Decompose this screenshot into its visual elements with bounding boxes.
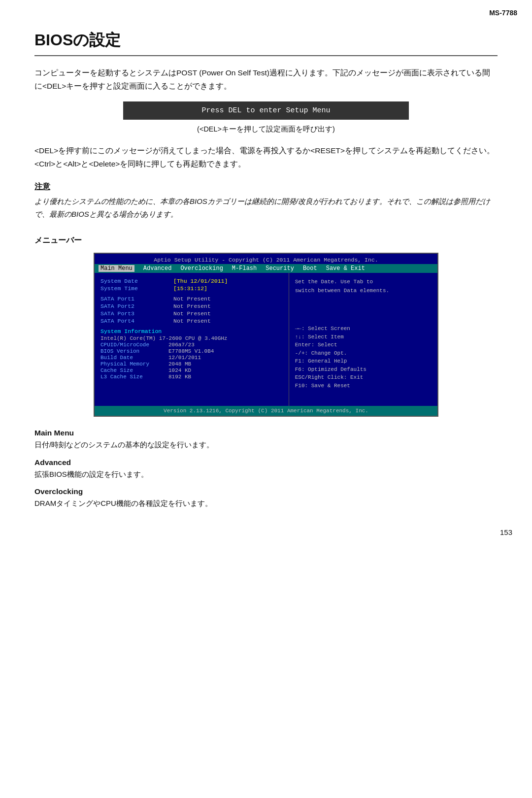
bios-help-line5: F1: General Help <box>295 357 432 366</box>
bios-l3cache: L3 Cache Size 8192 KB <box>100 374 283 380</box>
bios-help-line7: ESC/Right Click: Exit <box>295 373 432 382</box>
bios-menu-mflash: M-Flash <box>232 265 257 272</box>
menu-desc-main-body: 日付/時刻などのシステムの基本的な設定を行います。 <box>34 438 498 451</box>
bios-caption: (<DEL>キーを押して設定画面を呼び出す) <box>34 125 498 134</box>
menu-descriptions: Main Menu 日付/時刻などのシステムの基本的な設定を行います。 Adva… <box>34 429 498 510</box>
bios-help-line8: F10: Save & Reset <box>295 382 432 390</box>
bios-prompt-box: Press DEL to enter Setup Menu <box>123 101 409 120</box>
intro-paragraph1: コンピューターを起動するとシステムはPOST (Power On Self Te… <box>34 66 498 93</box>
bios-menu-overclocking: Overclocking <box>180 265 223 272</box>
bios-footer: Version 2.13.1216, Copyright (C) 2011 Am… <box>95 406 437 416</box>
model-label: MS-7788 <box>489 9 517 17</box>
bios-builddate: Build Date 12/01/2011 <box>100 355 283 361</box>
bios-row-sata1: SATA Port1 Not Present <box>100 296 283 302</box>
bios-version: BIOS Version E7788MS V1.0B4 <box>100 348 283 354</box>
bios-menu-security: Security <box>266 265 294 272</box>
bios-screen: Aptio Setup Utility - Copyright (C) 2011… <box>94 253 438 417</box>
menu-desc-advanced: Advanced 拡張BIOS機能の設定を行います。 <box>34 458 498 481</box>
bios-cpu-label: Intel(R) Core(TM) i7-2600 CPU @ 3.40GHz <box>100 335 283 341</box>
bios-content-area: System Date [Thu 12/01/2011] System Time… <box>95 273 437 406</box>
page-title: BIOSの設定 <box>34 30 498 51</box>
note-heading: 注意 <box>34 182 498 192</box>
bios-help-keys: →←: Select Screen ↑↓: Select Item Enter:… <box>295 325 432 390</box>
bios-physmem: Physical Memory 2048 MB <box>100 361 283 367</box>
bios-menu-saveexit: Save & Exit <box>326 265 365 272</box>
note-section: 注意 より優れたシステムの性能のために、本章の各BIOSカテゴリーは継続的に開発… <box>34 182 498 221</box>
title-divider <box>34 55 498 56</box>
intro-paragraph2: <DEL>を押す前にこのメッセージが消えてしまった場合、電源を再投入するか<RE… <box>34 144 498 170</box>
bios-top-help: Set the Date. Use Tab toswitch between D… <box>295 278 432 295</box>
bios-row-sata4: SATA Port4 Not Present <box>100 318 283 324</box>
menu-desc-overclocking-body: DRAMタイミングやCPU機能の各種設定を行います。 <box>34 497 498 510</box>
menu-desc-overclocking-title: Overclocking <box>34 487 498 496</box>
menu-desc-overclocking: Overclocking DRAMタイミングやCPU機能の各種設定を行います。 <box>34 487 498 510</box>
bios-help-line2: ↑↓: Select Item <box>295 333 432 341</box>
bios-row-date: System Date [Thu 12/01/2011] <box>100 278 283 284</box>
bios-row-time: System Time [15:31:12] <box>100 285 283 292</box>
menu-desc-main: Main Menu 日付/時刻などのシステムの基本的な設定を行います。 <box>34 429 498 451</box>
bios-menu-advanced: Advanced <box>143 265 172 272</box>
bios-menu-bar: Main Menu Advanced Overclocking M-Flash … <box>95 264 437 273</box>
menu-desc-main-title: Main Menu <box>34 429 498 437</box>
bios-menu-main: Main Menu <box>99 265 134 272</box>
bios-help-line3: Enter: Select <box>295 341 432 349</box>
bios-right-panel: Set the Date. Use Tab toswitch between D… <box>289 273 437 406</box>
page-number: 153 <box>500 528 512 536</box>
bios-left-panel: System Date [Thu 12/01/2011] System Time… <box>95 273 289 406</box>
bios-cache: Cache Size 1024 KD <box>100 367 283 373</box>
bios-help-line4: -/+: Change Opt. <box>295 349 432 358</box>
bios-cpuid: CPUID/MicroCode 206a7/23 <box>100 342 283 348</box>
bios-row-sata3: SATA Port3 Not Present <box>100 310 283 317</box>
menubar-heading: メニューバー <box>34 235 498 246</box>
bios-row-sata2: SATA Port2 Not Present <box>100 303 283 309</box>
page-container: MS-7788 BIOSの設定 コンピューターを起動するとシステムはPOST (… <box>0 0 532 546</box>
menu-desc-advanced-body: 拡張BIOS機能の設定を行います。 <box>34 468 498 481</box>
bios-menu-boot: Boot <box>303 265 317 272</box>
menu-desc-advanced-title: Advanced <box>34 458 498 467</box>
note-body: より優れたシステムの性能のために、本章の各BIOSカテゴリーは継続的に開発/改良… <box>34 195 498 221</box>
bios-sysinfo-label: System Information <box>100 328 283 334</box>
bios-title-bar: Aptio Setup Utility - Copyright (C) 2011… <box>95 254 437 264</box>
bios-help-line6: F6: Optimized Defaults <box>295 366 432 374</box>
bios-help-line1: →←: Select Screen <box>295 325 432 333</box>
